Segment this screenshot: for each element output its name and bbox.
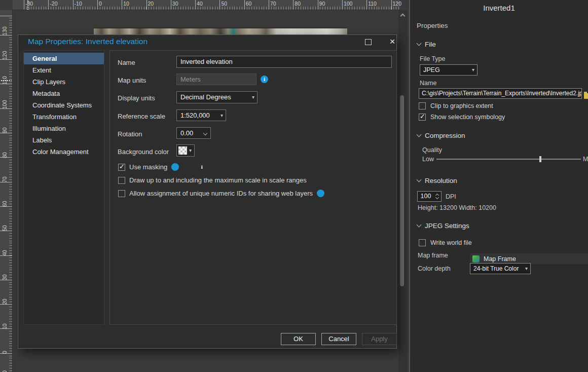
maximize-icon[interactable]	[365, 39, 372, 45]
sidebar-item-illumination[interactable]: Illumination	[24, 123, 104, 134]
file-type-dropdown[interactable]: JPEG ▾	[420, 64, 477, 76]
chevron-down-icon: ▾	[525, 264, 528, 274]
ruler-tick-label: 70	[270, 1, 276, 7]
chevron-down-icon: ▾	[472, 65, 474, 75]
selection-symbology-checkbox[interactable]	[419, 114, 426, 121]
info-icon[interactable]	[171, 163, 179, 171]
section-resolution[interactable]: Resolution	[417, 177, 457, 184]
ruler-tick-label: 90	[2, 116, 8, 133]
write-world-file-checkbox[interactable]	[419, 239, 426, 246]
ruler-tick-label: 50	[2, 214, 8, 231]
checkbox-label: Use masking	[129, 163, 167, 171]
ruler-tick-label: 20	[148, 1, 154, 7]
info-icon[interactable]	[317, 190, 324, 197]
ruler-tick-label: 20	[2, 287, 8, 305]
scroll-up-icon[interactable]	[400, 14, 406, 19]
ok-button[interactable]: OK	[281, 333, 316, 345]
sidebar-item-coordinate-systems[interactable]: Coordinate Systems	[24, 99, 104, 111]
clip-graphics-row: Clip to graphics extent	[419, 102, 493, 109]
dpi-spinner[interactable]: 100	[417, 191, 442, 202]
ruler-tick-label: 10	[2, 312, 8, 329]
map-properties-dialog: Map Properties: Inverted elevation × Gen…	[18, 34, 397, 349]
ruler-tick-label: 0	[99, 1, 102, 7]
layout-map-preview-strip	[94, 28, 347, 34]
dialog-title: Map Properties: Inverted elevation	[28, 37, 148, 46]
ruler-tick-label: 0	[2, 337, 8, 354]
chevron-down-icon	[417, 41, 422, 46]
checkbox-row: Use masking	[118, 163, 179, 171]
chevron-down-icon: ▾	[252, 92, 254, 103]
sidebar-item-transformation[interactable]: Transformation	[24, 111, 104, 123]
no-color-swatch	[178, 146, 187, 155]
checkbox-row: Allow assignment of unique numeric IDs f…	[118, 190, 324, 197]
rotation-label: Rotation	[118, 130, 142, 138]
checkbox-row: Draw up to and including the maximum sca…	[118, 176, 307, 184]
file-type-label: File Type	[420, 55, 446, 62]
quality-max-label: M	[583, 156, 588, 163]
chevron-down-icon	[417, 177, 422, 182]
export-properties-panel: Inverted1 Properties File File Type JPEG…	[410, 0, 588, 372]
ruler-tick-label: 70	[2, 165, 8, 182]
clip-graphics-checkbox[interactable]	[419, 102, 426, 109]
sidebar-item-clip-layers[interactable]: Clip Layers	[24, 76, 104, 88]
quality-slider-thumb[interactable]	[539, 156, 541, 162]
dialog-title-bar[interactable]: Map Properties: Inverted elevation ×	[18, 35, 396, 49]
rotation-combo[interactable]: 0.00	[176, 127, 211, 139]
chevron-down-icon	[417, 222, 422, 228]
ruler-tick-label: -10	[2, 361, 8, 372]
quality-label: Quality	[422, 146, 442, 154]
ruler-tick-label: 110	[2, 67, 8, 85]
reference-scale-dropdown[interactable]: 1:520,000 ▾	[176, 109, 226, 121]
ruler-tick-label: 90	[319, 1, 325, 7]
checkbox-allow-assignment[interactable]	[118, 190, 125, 197]
info-icon[interactable]	[261, 76, 268, 83]
sidebar-item-labels[interactable]: Labels	[24, 134, 104, 146]
display-units-dropdown[interactable]: Decimal Degrees ▾	[176, 91, 258, 103]
section-compression[interactable]: Compression	[417, 132, 465, 139]
ruler-tick-label: 30	[172, 1, 178, 7]
chevron-down-icon: ▾	[220, 110, 223, 121]
section-file[interactable]: File	[417, 41, 436, 48]
properties-label: Properties	[417, 22, 448, 29]
name-label: Name	[118, 59, 135, 66]
map-frame-icon	[472, 255, 480, 263]
file-name-label: Name	[420, 80, 436, 87]
ruler-corner	[0, 0, 13, 10]
checkbox-draw-up[interactable]	[118, 177, 125, 184]
ruler-tick-label: 110	[368, 1, 377, 7]
ruler-tick-label: 40	[2, 239, 8, 256]
document-title: Inverted1	[410, 4, 588, 12]
section-jpeg-settings[interactable]: JPEG Settings	[417, 222, 469, 230]
quality-slider[interactable]	[436, 159, 581, 160]
map-frame-select[interactable]: Map Frame	[470, 253, 588, 264]
sidebar-item-color-management[interactable]: Color Management	[24, 146, 104, 158]
browse-folder-icon[interactable]	[584, 93, 588, 99]
checkbox-use-masking[interactable]	[118, 164, 125, 171]
sidebar-item-extent[interactable]: Extent	[24, 64, 104, 76]
ruler-tick-label: 10	[123, 1, 129, 7]
ruler-tick-label: -10	[75, 1, 82, 7]
ruler-tick-label: 30	[2, 263, 8, 280]
file-path-input[interactable]: C:\gis\Projects\Terrain\Terrain_Exports\…	[419, 88, 582, 99]
sidebar-item-metadata[interactable]: Metadata	[24, 88, 104, 99]
close-icon[interactable]: ×	[387, 35, 398, 48]
map-units-label: Map units	[118, 77, 146, 84]
ruler-tick-label: 40	[197, 1, 203, 7]
write-world-file-row: Write world file	[419, 239, 472, 246]
spinner-down-icon[interactable]	[435, 196, 439, 199]
color-depth-dropdown[interactable]: 24-bit True Color ▾	[470, 263, 531, 274]
chevron-down-icon: ▾	[189, 145, 192, 156]
ruler-tick-label: 60	[246, 1, 252, 7]
chevron-down-icon	[203, 131, 207, 135]
ruler-tick-label: 80	[295, 1, 301, 7]
color-depth-label: Color depth	[418, 265, 451, 272]
ruler-tick-label: 120	[2, 43, 8, 60]
cancel-button[interactable]: Cancel	[321, 333, 356, 345]
chevron-down-icon	[417, 132, 422, 137]
dialog-content: Name Inverted elevation Map units Meters…	[109, 50, 397, 325]
sidebar-item-general[interactable]: General	[24, 53, 104, 64]
selection-symbology-row: Show selection symbology	[419, 114, 505, 121]
name-input[interactable]: Inverted elevation	[176, 56, 392, 68]
ruler-tick-label: 100	[344, 1, 353, 7]
background-color-picker[interactable]: ▾	[176, 144, 195, 157]
